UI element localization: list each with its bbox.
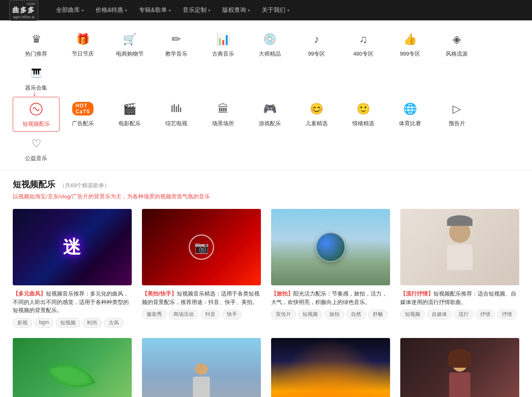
tag[interactable]: 古风 — [104, 318, 124, 328]
cat-999[interactable]: 👍 999专区 — [387, 27, 433, 61]
chevron-down-icon: ▾ — [82, 8, 84, 13]
tag[interactable]: 时尚 — [82, 318, 102, 328]
pencil-icon: ✏ — [168, 31, 185, 48]
card-1[interactable]: 迷 【多元曲风】短视频音乐推荐：多元化的曲风，不同的人听出不同的感觉，适用于各种… — [13, 209, 132, 328]
film-icon: 🎬 — [121, 100, 138, 117]
tag[interactable]: 短视频 — [56, 318, 80, 328]
tag[interactable]: 商场活动 — [169, 310, 198, 319]
nav-item-copyright[interactable]: 版权查询 ▾ — [217, 4, 255, 17]
smile-icon: 🙂 — [355, 100, 372, 117]
tag[interactable]: 流行 — [454, 310, 473, 319]
card-2-tags: 服装秀 商场活动 抖音 快手 — [142, 310, 261, 319]
cards-row-2: 【电台轻音】温柔配乐：适合心灵电台、深夜陪伴、情绪疏导、有声小说配乐使用的电台开… — [13, 338, 519, 397]
category-row-2: ↓ 短视频配乐 HOT CaTS 广告配乐 🎬 电影配乐 — [13, 97, 519, 166]
cat-public[interactable]: ♡ 公益音乐 — [13, 132, 59, 166]
cat-sports[interactable]: 🌐 体育比赛 — [387, 97, 433, 132]
tag[interactable]: 短视频 — [298, 310, 323, 319]
card-3[interactable]: 【旅拍】阳光活力配乐：节奏感，旅拍，活力，大气，欢快明亮，积极向上的绿色音乐。 … — [271, 209, 390, 328]
cat-99[interactable]: ♪ 99专区 — [293, 27, 340, 61]
nav-item-custom[interactable]: 音乐定制 ▾ — [178, 4, 215, 17]
piano-icon: 🎹 — [28, 65, 45, 82]
cat-shortvideo[interactable]: 短视频配乐 — [13, 97, 59, 132]
crown-icon: ♛ — [28, 31, 45, 48]
tag[interactable]: 舒畅 — [368, 310, 388, 319]
cat-ad[interactable]: HOT CaTS 广告配乐 — [59, 97, 106, 132]
diamond-icon: ◈ — [448, 31, 465, 48]
cat-hot[interactable]: ♛ 热门推荐 — [13, 27, 59, 61]
nav-item-album[interactable]: 专辑&歌单 ▾ — [134, 4, 175, 17]
category-bar: ♛ 热门推荐 🎁 节日节庆 🛒 电商购物节 ✏ 教学音乐 📊 古典音乐 💿 大师… — [0, 20, 532, 170]
tag[interactable]: 自媒体 — [427, 310, 452, 319]
card-6-image — [142, 338, 261, 397]
main-content: 短视频配乐 （共69个精选歌单） 以视频如淘宝/京东/vlog/广告片的背景乐为… — [0, 170, 532, 397]
equalizer-icon — [168, 100, 185, 117]
page-title: 短视频配乐 — [13, 179, 55, 190]
cat-ecommerce[interactable]: 🛒 电商购物节 — [106, 27, 153, 61]
card-8[interactable]: 【自媒体】化妆美容配乐：适合美容、美发、化妆等题材使用的休闲爵士萨克斯配乐。 自… — [400, 338, 519, 397]
cat-children[interactable]: 😊 儿童精选 — [293, 97, 340, 132]
thumbs-up-icon: 👍 — [402, 31, 419, 48]
cat-style[interactable]: ◈ 风格流派 — [433, 27, 480, 61]
tag[interactable]: 抒情 — [475, 310, 495, 319]
globe-icon: 🌐 — [402, 100, 419, 117]
card-5-image — [13, 338, 132, 397]
nav-item-about[interactable]: 关于我们 ▾ — [257, 4, 294, 17]
cat-film[interactable]: 🎬 电影配乐 — [106, 97, 153, 132]
tag[interactable]: 旅拍 — [325, 310, 344, 319]
card-2-circle-icon: 📷 — [189, 234, 214, 260]
card-5[interactable]: 【电台轻音】温柔配乐：适合心灵电台、深夜陪伴、情绪疏导、有声小说配乐使用的电台开… — [13, 338, 132, 397]
card-8-lady — [443, 351, 477, 397]
cat-game[interactable]: 🎮 游戏配乐 — [246, 97, 293, 132]
wave-icon — [28, 101, 45, 118]
card-4[interactable]: 【流行抒情】短视频配乐推荐：适合短视频、自媒体使用的流行抒情歌曲。 短视频 自媒… — [400, 209, 519, 328]
cat-master[interactable]: 💿 大师精品 — [246, 27, 293, 61]
tag[interactable]: 快手 — [222, 310, 242, 319]
tag[interactable]: 抖音 — [201, 310, 220, 319]
card-4-person — [443, 222, 477, 273]
chevron-down-icon: ▾ — [208, 8, 210, 13]
nav-item-price[interactable]: 价格&特惠 ▾ — [91, 4, 132, 17]
tag[interactable]: 服装秀 — [142, 310, 167, 319]
chevron-down-icon: ▾ — [125, 8, 127, 13]
card-2[interactable]: 📷 【美拍/快手】短视频音乐精选：适用于各类短视频的背景配乐，推荐用途：抖音、快… — [142, 209, 261, 328]
cat-festival[interactable]: 🎁 节日节庆 — [59, 27, 106, 61]
tag[interactable]: 短视频 — [400, 310, 425, 319]
music-notes-icon: ♫ — [355, 31, 372, 48]
tag[interactable]: bgm — [34, 318, 54, 328]
tag[interactable]: 自然 — [346, 310, 366, 319]
card-6[interactable]: 【街头潮流】时尚街拍配乐：适合时尚街拍、潮流花絮使用的动感街头嘻哈音乐。 广告片… — [142, 338, 261, 397]
play-icon: ▷ — [448, 100, 465, 117]
card-1-title: 【多元曲风】短视频音乐推荐：多元化的曲风，不同的人听出不同的感觉，适用于各种种类… — [13, 290, 132, 315]
leaf-icon — [49, 353, 95, 397]
tag[interactable]: 宣传片 — [271, 310, 296, 319]
child-icon: 😊 — [308, 100, 325, 117]
card-4-tags: 短视频 自媒体 流行 抒情 抒情 — [400, 310, 519, 319]
city-overlay — [271, 338, 390, 397]
cat-480[interactable]: ♫ 480专区 — [340, 27, 387, 61]
cat-variety[interactable]: 综艺电视 — [153, 97, 200, 132]
logo[interactable]: AGM 曲多多 agm.hifive.ai — [7, 2, 41, 19]
cat-scene[interactable]: 🏛 场景场所 — [200, 97, 246, 132]
page-title-row: 短视频配乐 （共69个精选歌单） — [13, 179, 519, 190]
cat-trailer[interactable]: ▷ 预告片 — [433, 97, 480, 132]
nav-items: 全部曲库 ▾ 价格&特惠 ▾ 专辑&歌单 ▾ 音乐定制 ▾ 版权查询 ▾ 关于我… — [51, 4, 294, 17]
card-7[interactable]: 【航拍】大气管弦配乐：适合航拍使用的有升、宏大、壮观、充满希望、开阔感的管弦配乐… — [271, 338, 390, 397]
card-4-title: 【流行抒情】短视频配乐推荐：适合短视频、自媒体使用的流行抒情歌曲。 — [400, 290, 519, 306]
card-1-image: 迷 — [13, 209, 132, 285]
tag[interactable]: 影视 — [13, 318, 32, 328]
logo-sub: agm.hifive.ai — [12, 15, 35, 19]
cat-teaching[interactable]: ✏ 教学音乐 — [153, 27, 200, 61]
cat-classical[interactable]: 📊 古典音乐 — [200, 27, 246, 61]
gamepad-icon: 🎮 — [261, 100, 278, 117]
music-note-icon: ♪ — [308, 31, 325, 48]
logo-agm: AGM — [12, 2, 35, 6]
tag[interactable]: 抒情 — [497, 310, 517, 319]
page-count: （共69个精选歌单） — [59, 182, 110, 189]
nav-item-library[interactable]: 全部曲库 ▾ — [51, 4, 89, 17]
card-2-image: 📷 — [142, 209, 261, 285]
vinyl-icon: 💿 — [261, 31, 278, 48]
card-4-image — [400, 209, 519, 285]
card-2-title: 【美拍/快手】短视频音乐精选：适用于各类短视频的背景配乐，推荐用途：抖音、快手、… — [142, 290, 261, 306]
navbar: AGM 曲多多 agm.hifive.ai 全部曲库 ▾ 价格&特惠 ▾ 专辑&… — [0, 0, 532, 20]
cat-emotion[interactable]: 🙂 情绪精选 — [340, 97, 387, 132]
